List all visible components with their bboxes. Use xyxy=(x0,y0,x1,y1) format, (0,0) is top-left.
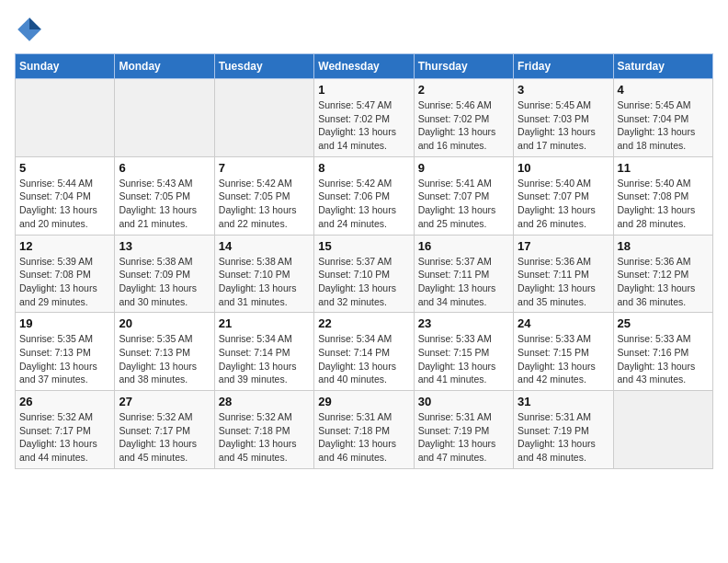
calendar-cell xyxy=(613,391,712,469)
calendar-cell xyxy=(214,79,313,157)
day-info: Sunrise: 5:43 AM Sunset: 7:05 PM Dayligh… xyxy=(119,177,210,231)
day-number: 7 xyxy=(219,161,310,175)
calendar: SundayMondayTuesdayWednesdayThursdayFrid… xyxy=(15,53,713,469)
day-number: 19 xyxy=(19,316,110,330)
day-info: Sunrise: 5:36 AM Sunset: 7:12 PM Dayligh… xyxy=(618,255,709,309)
calendar-body: 1Sunrise: 5:47 AM Sunset: 7:02 PM Daylig… xyxy=(16,79,713,469)
day-info: Sunrise: 5:32 AM Sunset: 7:18 PM Dayligh… xyxy=(219,410,310,465)
day-number: 6 xyxy=(119,161,210,175)
day-info: Sunrise: 5:32 AM Sunset: 7:17 PM Dayligh… xyxy=(119,410,210,465)
day-info: Sunrise: 5:33 AM Sunset: 7:15 PM Dayligh… xyxy=(518,332,609,386)
calendar-cell: 2Sunrise: 5:46 AM Sunset: 7:02 PM Daylig… xyxy=(414,79,513,157)
day-info: Sunrise: 5:33 AM Sunset: 7:16 PM Dayligh… xyxy=(618,332,709,386)
calendar-cell: 15Sunrise: 5:37 AM Sunset: 7:10 PM Dayli… xyxy=(314,235,414,313)
day-info: Sunrise: 5:47 AM Sunset: 7:02 PM Dayligh… xyxy=(318,98,409,153)
day-number: 21 xyxy=(219,316,310,330)
calendar-week-1: 5Sunrise: 5:44 AM Sunset: 7:04 PM Daylig… xyxy=(16,156,713,235)
calendar-cell: 21Sunrise: 5:34 AM Sunset: 7:14 PM Dayli… xyxy=(214,313,313,391)
calendar-cell: 23Sunrise: 5:33 AM Sunset: 7:15 PM Dayli… xyxy=(414,313,513,391)
day-number: 8 xyxy=(318,161,409,175)
calendar-cell: 17Sunrise: 5:36 AM Sunset: 7:11 PM Dayli… xyxy=(514,235,613,313)
day-number: 23 xyxy=(418,316,509,330)
weekday-header-row: SundayMondayTuesdayWednesdayThursdayFrid… xyxy=(16,54,713,79)
weekday-header-thursday: Thursday xyxy=(414,54,513,79)
calendar-cell: 8Sunrise: 5:42 AM Sunset: 7:06 PM Daylig… xyxy=(314,156,414,235)
calendar-cell: 12Sunrise: 5:39 AM Sunset: 7:08 PM Dayli… xyxy=(16,235,115,313)
calendar-cell: 22Sunrise: 5:34 AM Sunset: 7:14 PM Dayli… xyxy=(314,313,414,391)
calendar-cell: 26Sunrise: 5:32 AM Sunset: 7:17 PM Dayli… xyxy=(16,391,115,469)
page-header xyxy=(15,15,713,44)
calendar-cell: 29Sunrise: 5:31 AM Sunset: 7:18 PM Dayli… xyxy=(314,391,414,469)
day-number: 9 xyxy=(418,161,509,175)
calendar-cell xyxy=(16,79,115,157)
weekday-header-tuesday: Tuesday xyxy=(214,54,313,79)
calendar-cell xyxy=(115,79,214,157)
calendar-cell: 25Sunrise: 5:33 AM Sunset: 7:16 PM Dayli… xyxy=(613,313,712,391)
logo xyxy=(15,15,48,44)
day-info: Sunrise: 5:34 AM Sunset: 7:14 PM Dayligh… xyxy=(219,332,310,386)
day-number: 13 xyxy=(119,239,210,253)
calendar-cell: 18Sunrise: 5:36 AM Sunset: 7:12 PM Dayli… xyxy=(613,235,712,313)
calendar-cell: 19Sunrise: 5:35 AM Sunset: 7:13 PM Dayli… xyxy=(16,313,115,391)
day-number: 26 xyxy=(19,395,110,408)
calendar-cell: 5Sunrise: 5:44 AM Sunset: 7:04 PM Daylig… xyxy=(16,156,115,235)
day-info: Sunrise: 5:39 AM Sunset: 7:08 PM Dayligh… xyxy=(19,255,110,309)
day-info: Sunrise: 5:42 AM Sunset: 7:06 PM Dayligh… xyxy=(318,177,409,231)
day-number: 28 xyxy=(219,395,310,408)
day-number: 15 xyxy=(318,239,409,253)
day-number: 27 xyxy=(119,395,210,408)
day-number: 2 xyxy=(418,83,509,97)
day-number: 20 xyxy=(119,316,210,330)
day-info: Sunrise: 5:33 AM Sunset: 7:15 PM Dayligh… xyxy=(418,332,509,386)
calendar-cell: 31Sunrise: 5:31 AM Sunset: 7:19 PM Dayli… xyxy=(514,391,613,469)
calendar-cell: 14Sunrise: 5:38 AM Sunset: 7:10 PM Dayli… xyxy=(214,235,313,313)
day-info: Sunrise: 5:35 AM Sunset: 7:13 PM Dayligh… xyxy=(19,332,110,386)
calendar-week-0: 1Sunrise: 5:47 AM Sunset: 7:02 PM Daylig… xyxy=(16,79,713,157)
weekday-header-saturday: Saturday xyxy=(613,54,712,79)
day-info: Sunrise: 5:36 AM Sunset: 7:11 PM Dayligh… xyxy=(518,255,609,309)
day-info: Sunrise: 5:32 AM Sunset: 7:17 PM Dayligh… xyxy=(19,410,110,465)
day-number: 24 xyxy=(518,316,609,330)
day-number: 14 xyxy=(219,239,310,253)
day-info: Sunrise: 5:35 AM Sunset: 7:13 PM Dayligh… xyxy=(119,332,210,386)
day-number: 12 xyxy=(19,239,110,253)
calendar-cell: 13Sunrise: 5:38 AM Sunset: 7:09 PM Dayli… xyxy=(115,235,214,313)
day-number: 1 xyxy=(318,83,409,97)
calendar-cell: 1Sunrise: 5:47 AM Sunset: 7:02 PM Daylig… xyxy=(314,79,414,157)
day-info: Sunrise: 5:37 AM Sunset: 7:11 PM Dayligh… xyxy=(418,255,509,309)
calendar-cell: 16Sunrise: 5:37 AM Sunset: 7:11 PM Dayli… xyxy=(414,235,513,313)
day-info: Sunrise: 5:40 AM Sunset: 7:08 PM Dayligh… xyxy=(618,177,709,231)
day-info: Sunrise: 5:34 AM Sunset: 7:14 PM Dayligh… xyxy=(318,332,409,386)
day-info: Sunrise: 5:38 AM Sunset: 7:09 PM Dayligh… xyxy=(119,255,210,309)
day-info: Sunrise: 5:31 AM Sunset: 7:18 PM Dayligh… xyxy=(318,410,409,465)
day-number: 11 xyxy=(618,161,709,175)
weekday-header-wednesday: Wednesday xyxy=(314,54,414,79)
calendar-week-2: 12Sunrise: 5:39 AM Sunset: 7:08 PM Dayli… xyxy=(16,235,713,313)
calendar-cell: 11Sunrise: 5:40 AM Sunset: 7:08 PM Dayli… xyxy=(613,156,712,235)
svg-marker-1 xyxy=(29,17,41,29)
calendar-week-4: 26Sunrise: 5:32 AM Sunset: 7:17 PM Dayli… xyxy=(16,391,713,469)
calendar-cell: 10Sunrise: 5:40 AM Sunset: 7:07 PM Dayli… xyxy=(514,156,613,235)
day-info: Sunrise: 5:40 AM Sunset: 7:07 PM Dayligh… xyxy=(518,177,609,231)
calendar-cell: 4Sunrise: 5:45 AM Sunset: 7:04 PM Daylig… xyxy=(613,79,712,157)
day-number: 22 xyxy=(318,316,409,330)
day-number: 17 xyxy=(518,239,609,253)
day-info: Sunrise: 5:38 AM Sunset: 7:10 PM Dayligh… xyxy=(219,255,310,309)
calendar-cell: 6Sunrise: 5:43 AM Sunset: 7:05 PM Daylig… xyxy=(115,156,214,235)
day-info: Sunrise: 5:44 AM Sunset: 7:04 PM Dayligh… xyxy=(19,177,110,231)
calendar-week-3: 19Sunrise: 5:35 AM Sunset: 7:13 PM Dayli… xyxy=(16,313,713,391)
day-number: 3 xyxy=(518,83,609,97)
day-number: 10 xyxy=(518,161,609,175)
day-info: Sunrise: 5:41 AM Sunset: 7:07 PM Dayligh… xyxy=(418,177,509,231)
day-number: 4 xyxy=(618,83,709,97)
calendar-cell: 24Sunrise: 5:33 AM Sunset: 7:15 PM Dayli… xyxy=(514,313,613,391)
calendar-cell: 9Sunrise: 5:41 AM Sunset: 7:07 PM Daylig… xyxy=(414,156,513,235)
calendar-cell: 20Sunrise: 5:35 AM Sunset: 7:13 PM Dayli… xyxy=(115,313,214,391)
calendar-cell: 30Sunrise: 5:31 AM Sunset: 7:19 PM Dayli… xyxy=(414,391,513,469)
day-number: 31 xyxy=(518,395,609,408)
calendar-cell: 7Sunrise: 5:42 AM Sunset: 7:05 PM Daylig… xyxy=(214,156,313,235)
day-info: Sunrise: 5:45 AM Sunset: 7:04 PM Dayligh… xyxy=(618,98,709,153)
day-number: 18 xyxy=(618,239,709,253)
day-info: Sunrise: 5:31 AM Sunset: 7:19 PM Dayligh… xyxy=(418,410,509,465)
weekday-header-friday: Friday xyxy=(514,54,613,79)
